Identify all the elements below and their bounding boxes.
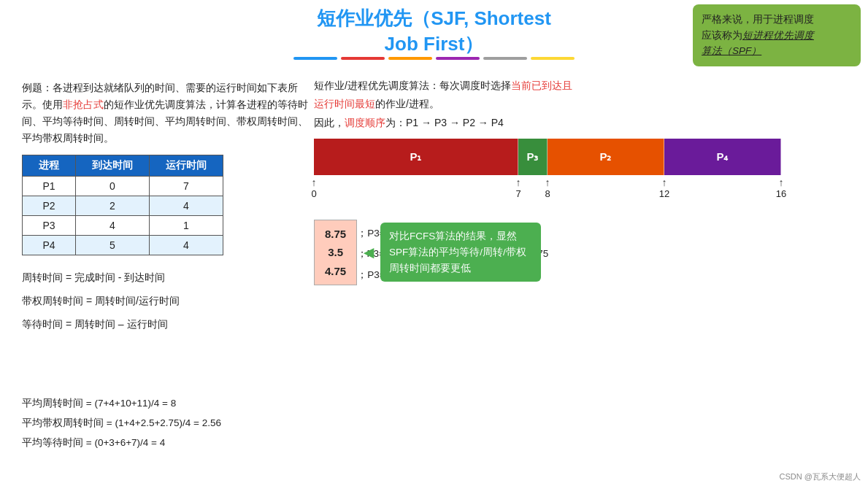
gantt-tick-label: 8 [545, 188, 550, 199]
table-cell: 1 [150, 215, 223, 235]
desc-text: 短作业/进程优先调度算法：每次调度时选择当前已到达且 运行时间最短的作业/进程。 [314, 77, 840, 112]
order-prefix: 因此， [314, 117, 345, 128]
bottom-results: 平均周转时间 = (7+4+10+11)/4 = 8平均带权周转时间 = (1+… [22, 395, 221, 454]
divider-purple [436, 57, 480, 60]
formulas-section: 周转时间 = 完成时间 - 到达时间 带权周转时间 = 周转时间/运行时间 等待… [22, 267, 314, 334]
order-highlight: 调度顺序 [345, 117, 385, 128]
right-column: 短作业/进程优先调度算法：每次调度时选择当前已到达且 运行时间最短的作业/进程。… [314, 77, 840, 285]
table-cell: 4 [76, 215, 150, 235]
gantt-tick-arrow: ↑ [662, 177, 667, 188]
divider-blue [293, 57, 337, 60]
comparison-value: 3.5 [325, 243, 346, 262]
divider-red [341, 57, 385, 60]
col-header-arrival: 到达时间 [76, 155, 150, 176]
note-box: 严格来说，用于进程调度 应该称为短进程优先调度 算法（SPF） [693, 4, 861, 66]
col-header-process: 进程 [23, 155, 76, 176]
note-text2: 应该称为 [702, 30, 742, 41]
left-column: 例题：各进程到达就绪队列的时间、需要的运行时间如下表所示。使用非抢占式的短作业优… [22, 80, 314, 337]
gantt-segment: P₂ [548, 139, 664, 175]
table-cell: 4 [150, 196, 223, 215]
col-header-burst: 运行时间 [150, 155, 223, 176]
note-text4: 算法（SPF） [702, 45, 761, 56]
gantt-tick-label: 12 [659, 188, 669, 199]
desc-order: 因此，调度顺序为：P1 → P3 → P2 → P4 [314, 117, 840, 130]
example-text: 例题：各进程到达就绪队列的时间、需要的运行时间如下表所示。使用非抢占式的短作业优… [22, 80, 314, 147]
gantt-tick-arrow: ↑ [312, 177, 317, 188]
order-suffix: 为：P1 → P3 → P2 → P4 [385, 117, 504, 128]
comparison-value: 8.75 [325, 225, 346, 244]
table-cell: P3 [23, 215, 76, 235]
result-line: 平均等待时间 = (0+3+6+7)/4 = 4 [22, 434, 221, 452]
desc-highlight1: 当前已到达且 [511, 80, 572, 91]
gantt-segment: P₄ [664, 139, 781, 175]
result-line: 平均周转时间 = (7+4+10+11)/4 = 8 [22, 395, 221, 413]
table-cell: P1 [23, 176, 76, 196]
note-text1: 严格来说，用于进程调度 [702, 14, 814, 25]
gantt-area: P₁P₃P₂P₄ ↑0↑7↑8↑12↑16 [314, 139, 840, 201]
table-cell: P2 [23, 196, 76, 215]
table-cell: 7 [150, 176, 223, 196]
result-line: 平均带权周转时间 = (1+4+2.5+2.75)/4 = 2.56 [22, 414, 221, 433]
desc-highlight2: 运行时间最短 [314, 98, 375, 109]
formula-weighted: 带权周转时间 = 周转时间/运行时间 [22, 290, 314, 311]
divider-orange [388, 57, 432, 60]
gantt-tick-arrow: ↑ [516, 177, 521, 188]
comparison-arrow: ◄ [360, 242, 377, 263]
formula-turnaround: 周转时间 = 完成时间 - 到达时间 [22, 267, 314, 287]
gantt-bar: P₁P₃P₂P₄ [314, 139, 840, 175]
comparison-value: 4.75 [325, 262, 346, 281]
gantt-tick-label: 7 [515, 188, 521, 199]
process-table: 进程 到达时间 运行时间 P107P224P341P454 [22, 155, 223, 255]
gantt-segment: P₃ [518, 139, 548, 175]
author-note: CSDN @瓦系大便超人 [780, 471, 861, 482]
table-cell: 4 [150, 235, 223, 255]
gantt-segment: P₁ [314, 139, 518, 175]
desc-suffix: 的作业/进程。 [375, 98, 439, 109]
gantt-tick-arrow: ↑ [779, 177, 784, 188]
comparison-area: 8.753.54.75 ◄ 对比FCFS算法的结果，显然SPF算法的平均等待/周… [314, 220, 541, 286]
highlight-nonpreemptive: 非抢占式 [63, 99, 104, 110]
divider-gray [483, 57, 527, 60]
table-cell: P4 [23, 235, 76, 255]
gantt-tick-label: 0 [311, 188, 316, 199]
gantt-tick-label: 16 [776, 188, 786, 199]
comparison-text: 对比FCFS算法的结果，显然SPF算法的平均等待/周转/带权周转时间都要更低 [380, 223, 541, 282]
gantt-tick-arrow: ↑ [545, 177, 550, 188]
desc-line1: 短作业/进程优先调度算法：每次调度时选择 [314, 80, 511, 91]
table-cell: 0 [76, 176, 150, 196]
comparison-values: 8.753.54.75 [314, 220, 357, 286]
gantt-ticks-area: ↑0↑7↑8↑12↑16 [314, 177, 781, 201]
table-cell: 2 [76, 196, 150, 215]
divider-yellow [531, 57, 575, 60]
table-cell: 5 [76, 235, 150, 255]
note-highlight: 短进程优先调度 [742, 30, 814, 41]
formula-waiting: 等待时间 = 周转时间 – 运行时间 [22, 314, 314, 334]
